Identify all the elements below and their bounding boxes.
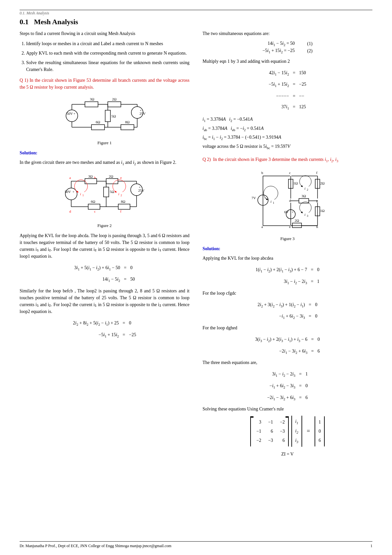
svg-text:25V: 25V <box>139 112 146 115</box>
svg-text:i: i <box>118 192 119 196</box>
figure-1-svg: 3Ω 2Ω + 25V 5Ω <box>59 95 150 137</box>
svg-rect-1 <box>85 102 98 107</box>
step-1: Identify loops or meshes in a circuit an… <box>26 40 189 47</box>
fig2-caption: Figure 2 <box>20 223 189 228</box>
simul-equations: 14i1 − 5i2 = 50 (1) −5i1 + 15i2 = −25 (2… <box>260 40 315 55</box>
svg-text:b: b <box>261 171 263 175</box>
svg-text:2Ω: 2Ω <box>112 97 117 101</box>
three-mesh-text: The three mesh equations are, <box>203 359 372 366</box>
svg-text:+: + <box>292 210 294 214</box>
svg-text:h: h <box>316 225 318 229</box>
svg-rect-39 <box>106 179 118 184</box>
svg-text:3: 3 <box>307 214 308 217</box>
question-2: Q 2) In the circuit shown in Figure 3 de… <box>203 156 372 164</box>
svg-text:b: b <box>94 176 96 180</box>
svg-text:d: d <box>289 199 291 202</box>
svg-rect-52 <box>88 204 100 209</box>
loop2-equations: 2i2 + 8i2 + 5(i2 − i1) + 25 = 0 −5i1 + 1… <box>20 318 189 340</box>
kvl-abcdea-text: Applying the KVL for the loop abcdea <box>203 255 372 262</box>
loop2-text: Similarly for the loop befcb , The loop2… <box>20 287 189 315</box>
svg-text:d: d <box>69 209 71 213</box>
kvl-text: Applying the KVL for the loop abcda. The… <box>20 232 189 260</box>
svg-text:3Ω: 3Ω <box>90 97 94 101</box>
question-1: Q 1) In the circuit shown in Figure 53 d… <box>20 77 189 91</box>
svg-text:6Ω: 6Ω <box>96 120 100 124</box>
figure-3-svg: b c f a e h d g 7V + <box>242 167 333 233</box>
footer-text: Dr. Manjunatha P Prof., Dept of ECE, JNN… <box>20 544 172 548</box>
svg-text:a: a <box>69 176 71 180</box>
svg-text:6Ω: 6Ω <box>91 199 95 203</box>
svg-text:2: 2 <box>121 194 122 197</box>
svg-rect-102 <box>299 199 309 203</box>
loop-cfgdc-eq: 2i2 + 3(i2 − i3) + 1(i2 − i1) = 0 −i1 + … <box>203 300 372 322</box>
multiply-text: Multiply eqn 1 by 3 and adding with equa… <box>203 58 372 65</box>
results-1: i1 = 3.3784A i2 = −0.541A iab = 3.3784A … <box>203 115 372 151</box>
section-title: 0.1 Mesh Analysis <box>20 18 372 26</box>
svg-text:1Ω: 1Ω <box>320 209 325 213</box>
svg-text:3Ω: 3Ω <box>302 194 306 198</box>
figure-3-container: b c f a e h d g 7V + <box>203 167 372 241</box>
svg-rect-4 <box>108 102 121 107</box>
matrix-equation: 3 −1 −2 −1 6 −3 −2 −3 6 <box>203 416 372 446</box>
svg-text:2: 2 <box>307 188 308 191</box>
zi-equals-v: ZI = V <box>203 450 372 458</box>
zi-v-text: ZI = V <box>281 452 294 457</box>
svg-text:i: i <box>304 186 305 190</box>
svg-rect-56 <box>118 204 130 209</box>
svg-text:i: i <box>80 192 81 196</box>
right-column: The two simultaneous equations are: 14i1… <box>203 30 372 461</box>
svg-text:5Ω: 5Ω <box>111 114 116 118</box>
simul-text: The two simultaneous equations are: <box>203 30 372 37</box>
svg-rect-48 <box>104 187 109 197</box>
page-number: 1 <box>370 544 372 548</box>
loop-abcdea-eq: 1(i1 − i2) + 2(i1 − i3) + 6 − 7 = 0 3i1 … <box>203 265 372 287</box>
svg-text:e: e <box>120 176 122 180</box>
multiply-system: 42i1 − 15i2 = 150 −5i1 + 15i2 = −25 −−−−… <box>203 68 372 113</box>
svg-text:f: f <box>120 209 122 213</box>
svg-text:f: f <box>316 171 318 175</box>
loop1-equations: 3i1 + 5(i1 − i2) + 6i1 − 50 = 0 14i1 − 5… <box>20 263 189 285</box>
svg-text:8Ω: 8Ω <box>125 120 130 124</box>
cramer-text: Solving these equations Using Cramer's r… <box>203 406 372 412</box>
svg-text:c: c <box>289 171 291 175</box>
svg-text:1: 1 <box>273 201 274 204</box>
svg-text:50V: 50V <box>65 190 71 194</box>
svg-text:8Ω: 8Ω <box>121 199 125 203</box>
figure-1-container: 3Ω 2Ω + 25V 5Ω <box>20 95 189 146</box>
svg-rect-91 <box>292 223 302 228</box>
section-number: 0.1 <box>20 18 29 26</box>
footer: Dr. Manjunatha P Prof., Dept of ECE, JNN… <box>20 541 372 548</box>
svg-text:7V: 7V <box>252 196 256 200</box>
svg-text:5Ω: 5Ω <box>110 190 114 194</box>
svg-text:1: 1 <box>82 194 84 197</box>
fig1-caption: Figure 1 <box>20 140 189 146</box>
svg-text:i: i <box>270 199 271 203</box>
three-mesh-system: 3i1 − i2 − 2i3 = 1 −i1 + 6i2 − 3i3 = 0 −… <box>203 369 372 403</box>
loop-cfgdc-label: For the loop cfgdc <box>203 290 372 297</box>
solution-text-1: In the given circuit there are two meshe… <box>20 159 189 167</box>
page: 0.1. Mesh Analysis 0.1 Mesh Analysis Ste… <box>0 0 392 555</box>
solution-label-2: Solution: <box>203 245 372 252</box>
step-3: Solve the resulting simultaneous linear … <box>26 59 189 73</box>
svg-text:+: + <box>74 112 75 115</box>
svg-text:2Ω: 2Ω <box>320 181 325 185</box>
header-text: 0.1. Mesh Analysis <box>20 11 49 15</box>
svg-text:25V: 25V <box>138 188 144 192</box>
fig3-caption: Figure 3 <box>203 236 372 241</box>
svg-text:6V: 6V <box>284 210 289 214</box>
header: 0.1. Mesh Analysis <box>20 10 372 16</box>
svg-text:2Ω: 2Ω <box>295 218 299 222</box>
step-2: Apply KVL to each mesh with the correspo… <box>26 50 189 57</box>
svg-text:i: i <box>304 213 305 217</box>
section-heading: Mesh Analysis <box>34 18 78 26</box>
intro-text: Steps to find a current flowing in a cir… <box>20 30 189 37</box>
svg-rect-17 <box>91 125 105 130</box>
solution-label-1: Solution: <box>20 149 189 156</box>
figure-2-svg: a b e d c f 3Ω 2Ω <box>56 171 154 220</box>
svg-rect-13 <box>105 110 110 122</box>
two-col-layout: Steps to find a current flowing in a cir… <box>20 30 372 461</box>
left-column: Steps to find a current flowing in a cir… <box>20 30 189 461</box>
svg-text:50V: 50V <box>67 112 73 115</box>
loop-dghed-label: For the loop dghed <box>203 324 372 331</box>
svg-rect-21 <box>121 125 134 130</box>
